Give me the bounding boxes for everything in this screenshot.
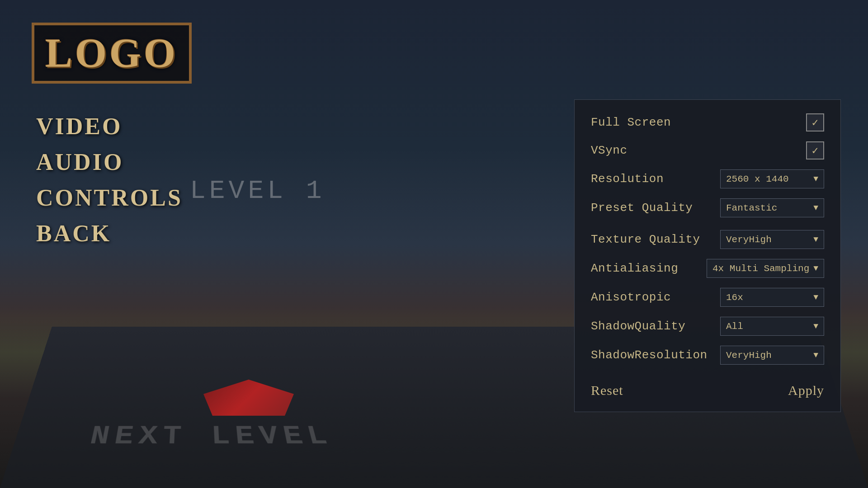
nav-item-audio[interactable]: AUDIO	[36, 149, 183, 175]
dropdown-antialiasing[interactable]: 4x Multi Sampling ▼	[707, 259, 824, 278]
chevron-down-icon: ▼	[813, 235, 818, 244]
level-label: LEVEL 1	[190, 176, 326, 206]
ground-text: NEXT LEVEL	[90, 422, 340, 452]
game-logo: LOGO	[32, 23, 192, 84]
dropdown-shadow-resolution[interactable]: VeryHigh ▼	[720, 346, 824, 365]
label-full-screen: Full Screen	[591, 116, 671, 129]
row-shadow-resolution: ShadowResolution VeryHigh ▼	[591, 346, 824, 365]
dropdown-resolution-value: 2560 x 1440	[726, 174, 789, 184]
label-shadow-resolution: ShadowResolution	[591, 348, 708, 362]
row-full-screen: Full Screen	[591, 113, 824, 131]
dropdown-anisotropic[interactable]: 16x ▼	[720, 288, 824, 307]
nav-menu: VIDEO AUDIO CONTROLS BACK	[36, 113, 183, 247]
row-resolution: Resolution 2560 x 1440 ▼	[591, 169, 824, 188]
label-anisotropic: Anisotropic	[591, 291, 671, 304]
chevron-down-icon: ▼	[813, 174, 818, 183]
reset-button[interactable]: Reset	[591, 383, 623, 398]
dropdown-antialiasing-value: 4x Multi Sampling	[712, 263, 809, 274]
settings-panel: Full Screen VSync Resolution 2560 x 1440…	[574, 99, 841, 412]
dropdown-shadow-quality-value: All	[726, 321, 743, 332]
settings-footer: Reset Apply	[591, 378, 824, 398]
label-vsync: VSync	[591, 144, 627, 157]
row-texture-quality: Texture Quality VeryHigh ▼	[591, 227, 824, 249]
dropdown-anisotropic-value: 16x	[726, 292, 743, 303]
dropdown-texture-quality-value: VeryHigh	[726, 235, 772, 245]
nav-item-video[interactable]: VIDEO	[36, 113, 183, 140]
label-antialiasing: Antialiasing	[591, 262, 678, 275]
row-anisotropic: Anisotropic 16x ▼	[591, 288, 824, 307]
row-vsync: VSync	[591, 141, 824, 160]
chevron-down-icon: ▼	[813, 203, 818, 212]
dropdown-preset-quality-value: Fantastic	[726, 203, 777, 213]
row-shadow-quality: ShadowQuality All ▼	[591, 317, 824, 336]
nav-item-controls[interactable]: CONTROLS	[36, 184, 183, 211]
checkbox-vsync[interactable]	[806, 141, 824, 160]
checkbox-full-screen[interactable]	[806, 113, 824, 131]
dropdown-preset-quality[interactable]: Fantastic ▼	[720, 198, 824, 217]
row-preset-quality: Preset Quality Fantastic ▼	[591, 198, 824, 217]
chevron-down-icon: ▼	[813, 322, 818, 331]
dropdown-shadow-quality[interactable]: All ▼	[720, 317, 824, 336]
label-preset-quality: Preset Quality	[591, 201, 693, 215]
label-shadow-quality: ShadowQuality	[591, 319, 685, 333]
row-antialiasing: Antialiasing 4x Multi Sampling ▼	[591, 259, 824, 278]
chevron-down-icon: ▼	[813, 293, 818, 302]
apply-button[interactable]: Apply	[788, 383, 824, 398]
dropdown-shadow-resolution-value: VeryHigh	[726, 350, 772, 361]
dropdown-resolution[interactable]: 2560 x 1440 ▼	[720, 169, 824, 188]
dropdown-texture-quality[interactable]: VeryHigh ▼	[720, 230, 824, 249]
label-texture-quality: Texture Quality	[591, 233, 700, 246]
chevron-down-icon: ▼	[813, 351, 818, 360]
chevron-down-icon: ▼	[813, 264, 818, 273]
nav-item-back[interactable]: BACK	[36, 220, 183, 247]
label-resolution: Resolution	[591, 172, 664, 186]
